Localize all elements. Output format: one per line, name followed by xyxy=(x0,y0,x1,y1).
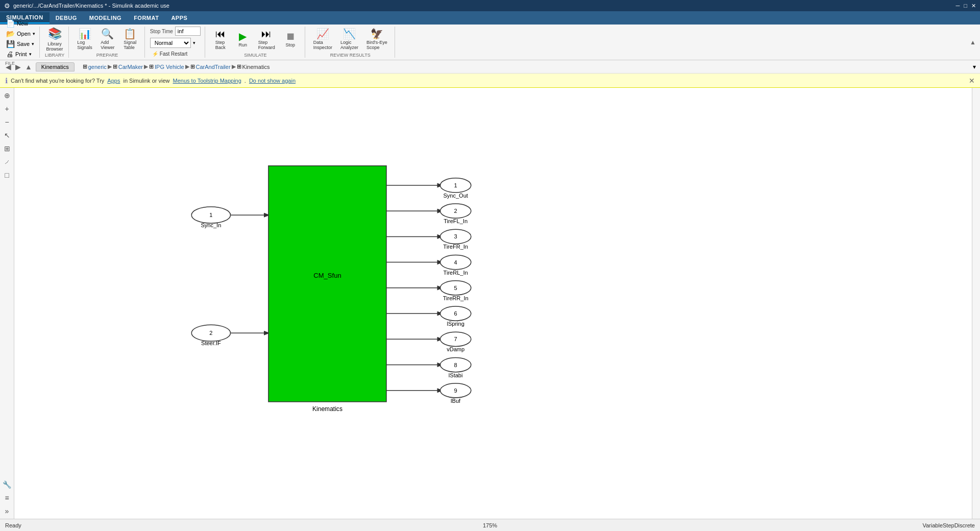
main-content: ⊕ + − ↖ ⊞ ⟋ □ 🔧 ≡ » 1 Sync_In 2 xyxy=(0,88,980,519)
add-viewer-label: AddViewer xyxy=(101,40,114,50)
properties-button[interactable]: 🔧 xyxy=(2,479,13,490)
print-arrow: ▾ xyxy=(29,52,32,57)
print-label: Print xyxy=(15,51,27,57)
zoom-out-button[interactable]: − xyxy=(2,116,13,128)
menu-item-debug[interactable]: DEBUG xyxy=(50,13,83,23)
log-signals-icon: 📊 xyxy=(79,29,91,39)
simulate-mode-select[interactable]: Normal Accelerator Rapid Accelerator xyxy=(150,38,191,48)
step-back-label: StepBack xyxy=(215,40,226,50)
breadcrumb-cartrailer[interactable]: CarAndTrailer xyxy=(196,64,231,70)
titlebar: ⚙ generic/.../CarAndTrailer/Kinematics *… xyxy=(0,0,980,11)
menu-item-modeling[interactable]: MODELING xyxy=(83,13,128,23)
forward-arrow[interactable]: ▶ xyxy=(14,62,22,71)
signal-table-icon: 📋 xyxy=(124,29,136,39)
library-browser-button[interactable]: 📚 LibraryBrowser LIBRARY xyxy=(41,27,69,58)
banner-dismiss-link[interactable]: Do not show again xyxy=(249,78,296,84)
select-tool[interactable]: ↖ xyxy=(2,130,13,141)
add-line-button[interactable]: ⟋ xyxy=(2,156,13,167)
run-label: Run xyxy=(239,42,248,47)
stop-label: Stop xyxy=(286,42,296,47)
svg-text:7: 7 xyxy=(454,336,457,342)
svg-text:lSpring: lSpring xyxy=(447,321,464,327)
add-block-button[interactable]: ⊞ xyxy=(2,143,13,154)
breadcrumb-carmaker[interactable]: CarMaker xyxy=(118,64,143,70)
close-button[interactable]: ✕ xyxy=(971,3,976,9)
fast-restart-icon: ⚡ xyxy=(152,51,158,57)
banner-close-button[interactable]: ✕ xyxy=(969,77,975,85)
open-arrow: ▾ xyxy=(33,31,35,36)
svg-text:lStabi: lStabi xyxy=(449,372,463,378)
subsystem-button[interactable]: □ xyxy=(2,170,13,181)
banner-mapping-link[interactable]: Menus to Toolstrip Mapping xyxy=(173,78,241,84)
stop-time-input[interactable] xyxy=(175,27,201,36)
simulate-section-label: SIMULATE xyxy=(244,53,266,58)
svg-text:vDamp: vDamp xyxy=(447,346,464,352)
breadcrumb-icon-ipg: ⊞ xyxy=(149,63,154,70)
menubar: SIMULATION DEBUG MODELING FORMAT APPS xyxy=(0,11,980,25)
breadcrumb-tabs: Kinematics xyxy=(36,62,75,71)
right-sidebar xyxy=(972,88,980,519)
log-signals-button[interactable]: 📊 LogSignals xyxy=(74,27,95,52)
review-section-label: REVIEW RESULTS xyxy=(330,53,371,58)
add-viewer-button[interactable]: 🔍 AddViewer xyxy=(97,27,118,52)
breadcrumb-ipg[interactable]: IPG Vehicle xyxy=(155,64,184,70)
signal-table-button[interactable]: 📋 SignalTable xyxy=(120,27,140,52)
up-arrow[interactable]: ▲ xyxy=(23,62,34,71)
review-group: 📈 DataInspector 📉 LogicAnalyzer 🦅 Bird's… xyxy=(310,27,390,52)
print-button[interactable]: 🖨 Print ▾ xyxy=(5,50,36,59)
step-back-button[interactable]: ⏮ StepBack xyxy=(210,27,231,52)
save-button[interactable]: 💾 Save ▾ xyxy=(5,39,36,49)
step-forward-icon: ⏭ xyxy=(261,29,272,39)
statusbar: Ready 175% VariableStepDiscrete xyxy=(0,519,980,531)
svg-text:CM_Sfun: CM_Sfun xyxy=(313,272,341,279)
back-arrow[interactable]: ◀ xyxy=(4,62,13,71)
simulate-buttons: ⏮ StepBack ▶ Run ⏭ StepForward ⏹ Stop xyxy=(210,27,301,52)
expand-sidebar-button[interactable]: » xyxy=(2,505,13,517)
library-label: LibraryBrowser xyxy=(46,41,63,52)
breadcrumb-generic[interactable]: generic xyxy=(88,64,107,70)
step-forward-button[interactable]: ⏭ StepForward xyxy=(255,27,278,52)
status-ready: Ready xyxy=(5,522,328,528)
svg-text:TireRR_In: TireRR_In xyxy=(443,295,469,301)
kinematics-block[interactable]: CM_Sfun Kinematics xyxy=(268,166,386,413)
print-icon: 🖨 xyxy=(6,50,13,58)
svg-text:TireFL_In: TireFL_In xyxy=(444,218,468,224)
menu-item-format[interactable]: FORMAT xyxy=(128,13,165,23)
toolbar-collapse-button[interactable]: ▲ xyxy=(968,37,978,48)
mode-arrow: ▾ xyxy=(193,40,195,45)
breadcrumb-tab-kinematics[interactable]: Kinematics xyxy=(36,62,75,71)
logic-analyzer-button[interactable]: 📉 LogicAnalyzer xyxy=(337,27,361,52)
new-button[interactable]: 📄 New xyxy=(5,19,36,28)
canvas-area[interactable]: 1 Sync_In 2 Steer.IF CM_Sfun Kinematics xyxy=(14,88,972,519)
maximize-button[interactable]: □ xyxy=(964,3,967,9)
stop-time-label: Stop Time xyxy=(150,29,173,34)
banner-apps-link[interactable]: Apps xyxy=(107,78,120,84)
run-button[interactable]: ▶ Run xyxy=(233,30,253,49)
titlebar-controls: ─ □ ✕ xyxy=(956,3,976,9)
svg-text:9: 9 xyxy=(454,388,457,394)
data-inspector-button[interactable]: 📈 DataInspector xyxy=(310,27,335,52)
zoom-in-button[interactable]: + xyxy=(2,103,13,114)
svg-text:2: 2 xyxy=(209,330,212,336)
stop-button[interactable]: ⏹ Stop xyxy=(280,30,301,49)
fast-restart-row[interactable]: ⚡ Fast Restart xyxy=(150,50,201,58)
open-button[interactable]: 📂 Open ▾ xyxy=(5,29,36,38)
banner-text3: . xyxy=(244,78,246,84)
prepare-section: 📊 LogSignals 🔍 AddViewer 📋 SignalTable P… xyxy=(70,27,145,58)
birds-eye-label: Bird's-EyeScope xyxy=(366,40,387,50)
signal-table-label: SignalTable xyxy=(124,40,136,50)
zoom-fit-button[interactable]: ⊕ xyxy=(2,90,13,101)
info-banner: ℹ Can't find what you're looking for? Tr… xyxy=(0,74,980,88)
menu-item-apps[interactable]: APPS xyxy=(165,13,193,23)
svg-text:TireFR_In: TireFR_In xyxy=(443,244,468,250)
layers-button[interactable]: ≡ xyxy=(2,492,13,503)
review-section: 📈 DataInspector 📉 LogicAnalyzer 🦅 Bird's… xyxy=(306,27,395,58)
birds-eye-button[interactable]: 🦅 Bird's-EyeScope xyxy=(363,27,390,52)
library-section-label: LIBRARY xyxy=(45,53,64,58)
minimize-button[interactable]: ─ xyxy=(956,3,960,9)
save-label: Save xyxy=(17,41,30,47)
library-icon: 📚 xyxy=(48,27,62,40)
breadcrumb-bar: ◀ ▶ ▲ Kinematics ⊞ generic ▶ ⊞ CarMaker … xyxy=(0,60,980,74)
breadcrumb-expand[interactable]: ▾ xyxy=(973,63,976,70)
run-icon: ▶ xyxy=(239,31,247,41)
